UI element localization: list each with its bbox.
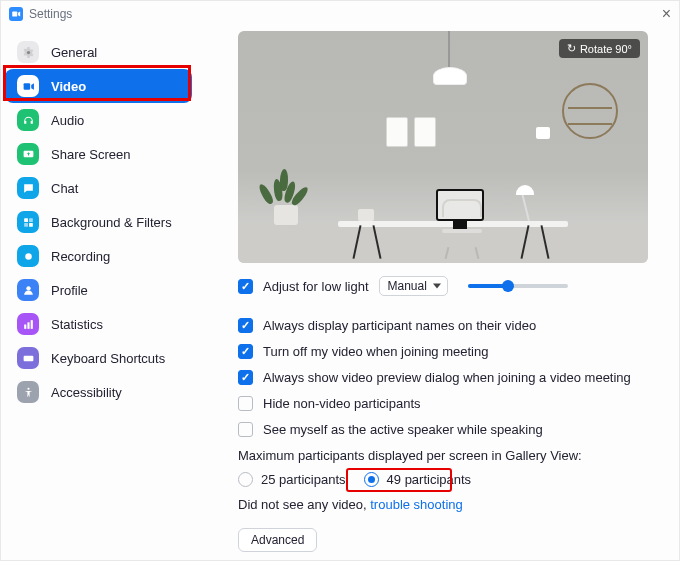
settings-window: Settings × General Video Aud <box>0 0 680 561</box>
opt-display-names-checkbox[interactable] <box>238 318 253 333</box>
video-settings-panel: ↻ Rotate 90° Adjust for low light Manual… <box>196 27 679 561</box>
sidebar-item-label: Keyboard Shortcuts <box>51 351 165 366</box>
window-title: Settings <box>29 7 72 21</box>
opt-active-speaker-checkbox[interactable] <box>238 422 253 437</box>
sidebar-item-general[interactable]: General <box>5 35 192 69</box>
svg-rect-6 <box>24 223 28 227</box>
camera-preview: ↻ Rotate 90° <box>238 31 648 263</box>
sidebar-item-recording[interactable]: Recording <box>5 239 192 273</box>
sidebar-item-label: Recording <box>51 249 110 264</box>
troubleshoot-line: Did not see any video, trouble shooting <box>238 497 653 512</box>
rotate-label: Rotate 90° <box>580 43 632 55</box>
sidebar-item-statistics[interactable]: Statistics <box>5 307 192 341</box>
svg-point-9 <box>26 286 30 290</box>
titlebar: Settings × <box>1 1 679 27</box>
sidebar-item-label: Audio <box>51 113 84 128</box>
opt-active-speaker-label: See myself as the active speaker while s… <box>263 422 543 437</box>
sidebar-item-background-filters[interactable]: Background & Filters <box>5 205 192 239</box>
gear-icon <box>17 41 39 63</box>
opt-hide-nonvideo-checkbox[interactable] <box>238 396 253 411</box>
svg-point-8 <box>25 253 32 260</box>
headphones-icon <box>17 109 39 131</box>
sidebar-item-label: Share Screen <box>51 147 131 162</box>
gallery-49-radio[interactable] <box>364 472 379 487</box>
lowlight-mode-select[interactable]: Manual <box>379 276 448 296</box>
svg-rect-5 <box>29 218 33 222</box>
accessibility-icon <box>17 381 39 403</box>
sidebar-item-label: Background & Filters <box>51 215 172 230</box>
lowlight-checkbox[interactable] <box>238 279 253 294</box>
app-logo-icon <box>9 7 23 21</box>
svg-rect-7 <box>29 223 33 227</box>
svg-rect-10 <box>24 324 26 328</box>
sidebar-item-keyboard-shortcuts[interactable]: Keyboard Shortcuts <box>5 341 192 375</box>
opt-preview-dialog-checkbox[interactable] <box>238 370 253 385</box>
svg-point-14 <box>27 387 29 389</box>
advanced-button[interactable]: Advanced <box>238 528 317 552</box>
opt-display-names-label: Always display participant names on thei… <box>263 318 536 333</box>
close-icon[interactable]: × <box>662 6 671 22</box>
record-icon <box>17 245 39 267</box>
person-icon <box>17 279 39 301</box>
gallery-25-radio[interactable] <box>238 472 253 487</box>
share-screen-icon <box>17 143 39 165</box>
sidebar-item-label: Accessibility <box>51 385 122 400</box>
sidebar-item-accessibility[interactable]: Accessibility <box>5 375 192 409</box>
svg-rect-11 <box>27 322 29 329</box>
rotate-button[interactable]: ↻ Rotate 90° <box>559 39 640 58</box>
opt-hide-nonvideo-label: Hide non-video participants <box>263 396 421 411</box>
sidebar-item-chat[interactable]: Chat <box>5 171 192 205</box>
svg-rect-12 <box>30 320 32 329</box>
svg-rect-2 <box>23 83 30 90</box>
video-options: Always display participant names on thei… <box>238 318 653 552</box>
sidebar: General Video Audio Share Screen <box>1 27 196 561</box>
stats-icon <box>17 313 39 335</box>
sidebar-item-label: General <box>51 45 97 60</box>
svg-rect-0 <box>12 12 17 17</box>
gallery-49-label: 49 participants <box>387 472 472 487</box>
sidebar-item-profile[interactable]: Profile <box>5 273 192 307</box>
gallery-25-label: 25 participants <box>261 472 346 487</box>
opt-turn-off-video-label: Turn off my video when joining meeting <box>263 344 488 359</box>
sidebar-item-share-screen[interactable]: Share Screen <box>5 137 192 171</box>
svg-rect-13 <box>23 355 33 360</box>
filters-icon <box>17 211 39 233</box>
lowlight-slider[interactable] <box>468 284 568 288</box>
sidebar-item-audio[interactable]: Audio <box>5 103 192 137</box>
gallery-heading: Maximum participants displayed per scree… <box>238 448 653 463</box>
opt-preview-dialog-label: Always show video preview dialog when jo… <box>263 370 631 385</box>
sidebar-item-video[interactable]: Video <box>5 69 192 103</box>
keyboard-icon <box>17 347 39 369</box>
svg-rect-4 <box>24 218 28 222</box>
opt-turn-off-video-checkbox[interactable] <box>238 344 253 359</box>
sidebar-item-label: Profile <box>51 283 88 298</box>
chat-icon <box>17 177 39 199</box>
troubleshoot-prefix: Did not see any video, <box>238 497 370 512</box>
sidebar-item-label: Statistics <box>51 317 103 332</box>
sidebar-item-label: Video <box>51 79 86 94</box>
camera-icon <box>17 75 39 97</box>
troubleshoot-link[interactable]: trouble shooting <box>370 497 463 512</box>
lowlight-label: Adjust for low light <box>263 279 369 294</box>
sidebar-item-label: Chat <box>51 181 78 196</box>
rotate-icon: ↻ <box>567 42 576 55</box>
